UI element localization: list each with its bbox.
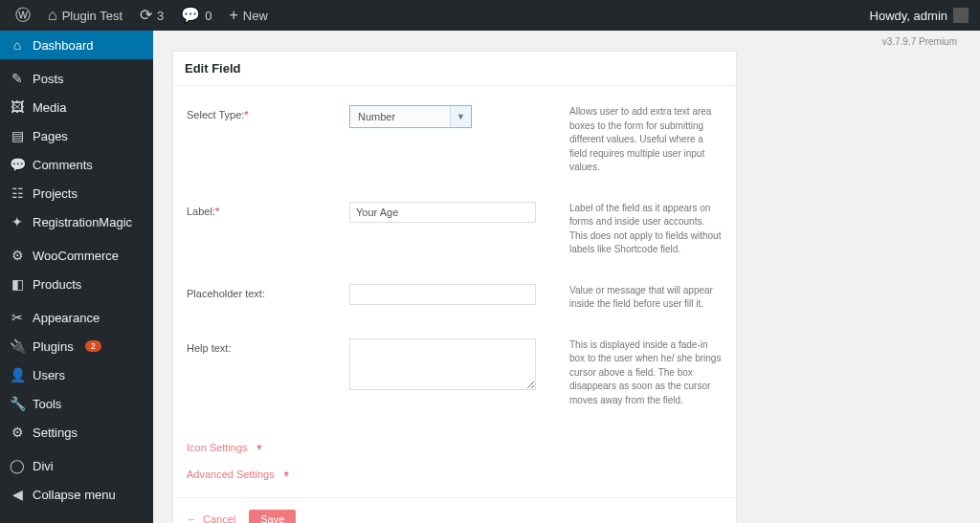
sidebar-item-label: Appearance — [33, 311, 100, 325]
save-button[interactable]: Save — [249, 510, 296, 523]
sidebar-item-label: Divi — [33, 459, 54, 473]
sidebar-item-posts[interactable]: ✎Posts — [0, 64, 153, 93]
avatar — [953, 8, 969, 23]
settings-icon: ⚙ — [10, 425, 25, 440]
select-type-dropdown[interactable]: Number ▼ — [349, 105, 472, 128]
new-label: New — [243, 9, 268, 23]
edit-field-panel: Edit Field Select Type:* Number ▼ Allows… — [172, 51, 737, 523]
wp-logo[interactable]: ⓦ — [8, 0, 38, 31]
caret-down-icon: ▼ — [256, 443, 264, 452]
panel-title: Edit Field — [173, 52, 736, 86]
field-help-label: Label of the field as it appears on form… — [569, 202, 723, 257]
appearance-icon: ✂ — [10, 310, 25, 325]
comments-link[interactable]: 💬0 — [173, 0, 219, 31]
sidebar-item-label: WooCommerce — [33, 249, 119, 263]
comments-icon: 💬 — [10, 157, 25, 172]
field-label-type: Select Type:* — [187, 105, 349, 120]
field-row-placeholder: Placeholder text: Value or message that … — [187, 284, 723, 312]
updates-count: 3 — [157, 9, 164, 23]
plugin-update-badge: 2 — [85, 340, 101, 352]
sidebar-item-products[interactable]: ◧Products — [0, 270, 153, 298]
media-icon: 🖾 — [10, 99, 25, 115]
sidebar-item-appearance[interactable]: ✂Appearance — [0, 303, 153, 332]
sidebar-item-label: Dashboard — [33, 38, 94, 53]
sidebar-item-label: RegistrationMagic — [33, 215, 132, 229]
accordion-label: Icon Settings — [187, 442, 248, 453]
sidebar-item-label: Users — [33, 368, 65, 382]
field-label-placeholder: Placeholder text: — [187, 284, 349, 299]
plugins-icon: 🔌 — [10, 338, 25, 354]
field-label-label: Label:* — [187, 202, 349, 217]
comment-icon: 💬 — [181, 8, 200, 23]
sidebar-item-pages[interactable]: ▤Pages — [0, 121, 153, 150]
registrationmagic-icon: ✦ — [10, 214, 25, 229]
field-row-type: Select Type:* Number ▼ Allows user to ad… — [187, 105, 723, 175]
field-row-helptext: Help text: This is displayed inside a fa… — [187, 338, 723, 408]
panel-footer: ← Cancel Save — [173, 497, 736, 523]
select-type-value: Number — [350, 111, 450, 122]
tools-icon: 🔧 — [10, 396, 25, 411]
sidebar-item-label: Settings — [33, 425, 78, 440]
sidebar-item-label: Media — [33, 100, 66, 115]
sidebar-item-plugins[interactable]: 🔌Plugins2 — [0, 332, 153, 360]
label-input[interactable] — [349, 202, 536, 223]
sidebar-item-label: Projects — [33, 186, 78, 201]
sidebar-item-media[interactable]: 🖾Media — [0, 93, 153, 121]
icon-settings-accordion[interactable]: Icon Settings ▼ — [187, 434, 723, 461]
panel-body: Select Type:* Number ▼ Allows user to ad… — [173, 86, 736, 497]
placeholder-input[interactable] — [349, 284, 536, 305]
cancel-link[interactable]: ← Cancel — [187, 513, 235, 523]
users-icon: 👤 — [10, 367, 25, 382]
sidebar-item-label: Tools — [33, 397, 61, 411]
advanced-settings-accordion[interactable]: Advanced Settings ▼ — [187, 461, 723, 488]
woocommerce-icon: ⚙ — [10, 248, 25, 263]
wordpress-icon: ⓦ — [15, 8, 31, 23]
new-content-link[interactable]: +New — [222, 0, 276, 31]
sidebar-item-tools[interactable]: 🔧Tools — [0, 389, 153, 418]
sidebar-item-label: Comments — [33, 158, 93, 172]
sidebar-item-label: Products — [33, 277, 81, 292]
chevron-down-icon: ▼ — [450, 106, 471, 127]
dashboard-icon: ⌂ — [10, 37, 25, 53]
divi-icon: ◯ — [10, 458, 25, 473]
accordion-label: Advanced Settings — [187, 469, 275, 480]
projects-icon: ☷ — [10, 185, 25, 201]
sidebar-item-label: Collapse menu — [33, 488, 116, 502]
products-icon: ◧ — [10, 276, 25, 292]
sidebar-item-dashboard[interactable]: ⌂Dashboard — [0, 31, 153, 59]
sidebar-item-label: Pages — [33, 129, 68, 143]
cancel-label: Cancel — [203, 513, 235, 523]
updates-link[interactable]: ⟳3 — [132, 0, 171, 31]
caret-down-icon: ▼ — [282, 469, 291, 479]
admin-bar-right[interactable]: Howdy, admin — [870, 8, 972, 23]
sidebar-item-label: Plugins — [33, 339, 74, 354]
updates-icon: ⟳ — [140, 8, 152, 23]
plus-icon: + — [230, 8, 238, 23]
main-content: v3.7.9.7 Premium Edit Field Select Type:… — [153, 31, 980, 523]
help-text-input[interactable] — [349, 338, 536, 390]
field-help-type: Allows user to add extra text area boxes… — [569, 105, 723, 175]
home-icon: ⌂ — [48, 8, 57, 23]
sidebar-item-divi[interactable]: ◯Divi — [0, 451, 153, 480]
howdy-text: Howdy, admin — [870, 9, 947, 23]
sidebar-item-comments[interactable]: 💬Comments — [0, 150, 153, 179]
posts-icon: ✎ — [10, 71, 25, 86]
site-name-link[interactable]: ⌂Plugin Test — [40, 0, 130, 31]
field-row-label: Label:* Label of the field as it appears… — [187, 202, 723, 257]
sidebar-item-label: Posts — [33, 72, 64, 86]
sidebar-item-users[interactable]: 👤Users — [0, 360, 153, 389]
version-tag: v3.7.9.7 Premium — [172, 31, 961, 51]
field-help-helptext: This is displayed inside a fade-in box t… — [569, 338, 723, 408]
arrow-left-icon: ← — [187, 513, 197, 523]
sidebar-item-settings[interactable]: ⚙Settings — [0, 418, 153, 447]
sidebar-item-woocommerce[interactable]: ⚙WooCommerce — [0, 241, 153, 270]
site-name: Plugin Test — [62, 9, 122, 23]
sidebar-item-projects[interactable]: ☷Projects — [0, 179, 153, 207]
sidebar-item-registrationmagic[interactable]: ✦RegistrationMagic — [0, 207, 153, 236]
admin-sidebar: ⌂Dashboard ✎Posts 🖾Media ▤Pages 💬Comment… — [0, 31, 153, 523]
pages-icon: ▤ — [10, 128, 25, 143]
collapse-icon: ◀ — [10, 487, 25, 502]
admin-bar: ⓦ ⌂Plugin Test ⟳3 💬0 +New Howdy, admin — [0, 0, 980, 31]
admin-bar-left: ⓦ ⌂Plugin Test ⟳3 💬0 +New — [8, 0, 276, 31]
sidebar-item-collapse[interactable]: ◀Collapse menu — [0, 480, 153, 509]
